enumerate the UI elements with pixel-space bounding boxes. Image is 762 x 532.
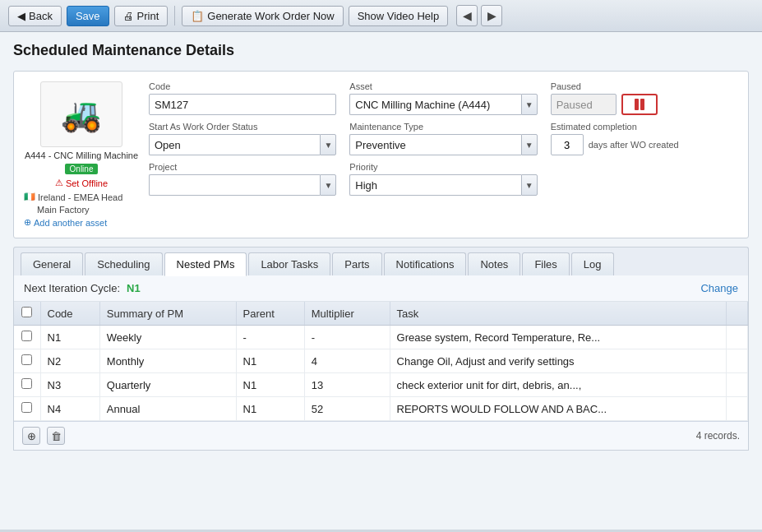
iteration-change-link[interactable]: Change <box>700 282 738 294</box>
pm-table: Code Summary of PM Parent Multiplier Tas… <box>14 302 748 421</box>
table-header-row: Code Summary of PM Parent Multiplier Tas… <box>14 302 748 326</box>
tab-notes[interactable]: Notes <box>468 252 520 275</box>
maintenance-type-field-group: Maintenance Type ▼ <box>349 122 537 155</box>
iteration-value: N1 <box>127 282 141 294</box>
row-multiplier: - <box>304 326 390 349</box>
tab-general[interactable]: General <box>21 252 83 275</box>
tab-scheduling[interactable]: Scheduling <box>85 252 162 275</box>
row-summary: Weekly <box>99 326 236 349</box>
row-action <box>727 349 748 373</box>
row-checkbox[interactable] <box>21 354 32 365</box>
project-input[interactable] <box>149 174 320 196</box>
paused-label-text: Paused <box>551 81 738 91</box>
row-task: REPORTS WOULD FOLLOW AND A BAC... <box>390 397 727 421</box>
tab-nested-pms[interactable]: Nested PMs <box>164 252 247 276</box>
status-input-wrapper: ▼ <box>149 134 336 155</box>
print-label: Print <box>137 10 159 22</box>
iteration-bar: Next Iteration Cycle: N1 Change <box>14 275 748 302</box>
status-dropdown-arrow[interactable]: ▼ <box>320 134 336 155</box>
add-row-button[interactable]: ⊕ <box>22 427 40 445</box>
records-count: 4 records. <box>696 430 740 442</box>
task-column-header: Task <box>390 302 727 326</box>
row-task: check exterior unit for dirt, debris, an… <box>390 373 727 397</box>
table-row: N2 Monthly N1 4 Change Oil, Adjust and v… <box>14 349 748 373</box>
iteration-label: Next Iteration Cycle: <box>24 282 120 294</box>
project-label: Project <box>149 162 336 172</box>
asset-input-wrapper: ▼ <box>349 94 537 115</box>
row-task: Change Oil, Adjust and verify settings <box>390 349 727 373</box>
project-input-wrapper: ▼ <box>149 174 336 196</box>
priority-label: Priority <box>349 162 537 172</box>
delete-row-button[interactable]: 🗑 <box>47 427 65 445</box>
tabs-row: General Scheduling Nested PMs Labor Task… <box>14 247 748 275</box>
warning-icon: ⚠ <box>55 178 63 188</box>
generate-wo-label: Generate Work Order Now <box>207 10 334 22</box>
code-input[interactable] <box>149 94 336 115</box>
row-checkbox[interactable] <box>21 331 32 341</box>
maintenance-type-label: Maintenance Type <box>349 122 537 132</box>
estimated-completion-field-group: Estimated completion days after WO creat… <box>551 122 738 155</box>
row-parent: - <box>236 326 304 349</box>
nav-next-button[interactable]: ▶ <box>481 5 502 26</box>
paused-input[interactable] <box>551 94 617 115</box>
row-code: N3 <box>40 373 99 397</box>
paused-field-group: Paused <box>551 81 738 115</box>
asset-name: A444 - CNC Milling Machine <box>24 150 139 160</box>
flag-icon: 🇮🇪 <box>24 192 35 202</box>
maintenance-type-input[interactable] <box>349 134 520 155</box>
page-title: Scheduled Maintenance Details <box>13 42 749 59</box>
row-multiplier: 4 <box>304 349 390 373</box>
asset-label: Asset <box>349 81 537 91</box>
select-all-checkbox[interactable] <box>21 307 32 317</box>
project-dropdown-arrow[interactable]: ▼ <box>320 174 336 196</box>
print-icon: 🖨 <box>123 10 134 22</box>
back-button[interactable]: ◀ Back <box>8 6 62 26</box>
row-task: Grease system, Record Temperature, Re... <box>390 326 727 349</box>
row-code: N1 <box>40 326 99 349</box>
table-footer: ⊕ 🗑 4 records. <box>14 421 748 450</box>
generate-wo-button[interactable]: 📋 Generate Work Order Now <box>182 6 343 26</box>
row-action <box>727 373 748 397</box>
print-button[interactable]: 🖨 Print <box>114 6 169 26</box>
tabs-container: General Scheduling Nested PMs Labor Task… <box>13 247 749 275</box>
est-days-input[interactable] <box>551 134 584 155</box>
table-row: N4 Annual N1 52 REPORTS WOULD FOLLOW AND… <box>14 397 748 421</box>
pause-bar-left <box>635 99 639 110</box>
nav-prev-button[interactable]: ◀ <box>456 5 478 26</box>
tab-parts[interactable]: Parts <box>332 252 381 275</box>
tab-notifications[interactable]: Notifications <box>384 252 467 275</box>
row-checkbox-cell <box>14 373 40 397</box>
back-arrow-icon: ◀ <box>17 10 25 22</box>
back-label: Back <box>29 10 53 22</box>
form-area: 🚜 A444 - CNC Milling Machine Online ⚠ Se… <box>13 71 749 238</box>
estimated-completion-label: Estimated completion <box>551 122 738 132</box>
row-checkbox[interactable] <box>21 378 32 389</box>
asset-input[interactable] <box>349 94 520 115</box>
table-row: N3 Quarterly N1 13 check exterior unit f… <box>14 373 748 397</box>
tab-files[interactable]: Files <box>522 252 569 275</box>
summary-column-header: Summary of PM <box>99 302 236 326</box>
tab-labor-tasks[interactable]: Labor Tasks <box>248 252 330 275</box>
asset-dropdown-arrow[interactable]: ▼ <box>521 94 538 115</box>
checkbox-header <box>14 302 40 326</box>
set-offline-link[interactable]: ⚠ Set Offline <box>24 178 139 188</box>
add-asset-link[interactable]: ⊕ Add another asset <box>24 217 139 228</box>
priority-input-wrapper: ▼ <box>349 174 537 196</box>
pause-button[interactable] <box>621 94 658 115</box>
status-label: Start As Work Order Status <box>149 122 336 132</box>
row-checkbox[interactable] <box>21 402 32 413</box>
code-column-header: Code <box>40 302 99 326</box>
save-button[interactable]: Save <box>67 6 109 26</box>
priority-dropdown-arrow[interactable]: ▼ <box>521 174 538 196</box>
tab-log[interactable]: Log <box>571 252 614 275</box>
toolbar: ◀ Back Save 🖨 Print 📋 Generate Work Orde… <box>0 0 762 32</box>
priority-input[interactable] <box>349 174 520 196</box>
maintenance-type-dropdown-arrow[interactable]: ▼ <box>521 134 538 155</box>
add-icon: ⊕ <box>24 217 31 228</box>
status-input[interactable] <box>149 134 320 155</box>
table-area: Next Iteration Cycle: N1 Change Code Sum… <box>13 275 749 451</box>
code-field-group: Code <box>149 81 336 115</box>
asset-icon: 🚜 <box>40 81 122 147</box>
row-action <box>727 397 748 421</box>
show-video-button[interactable]: Show Video Help <box>349 6 449 26</box>
